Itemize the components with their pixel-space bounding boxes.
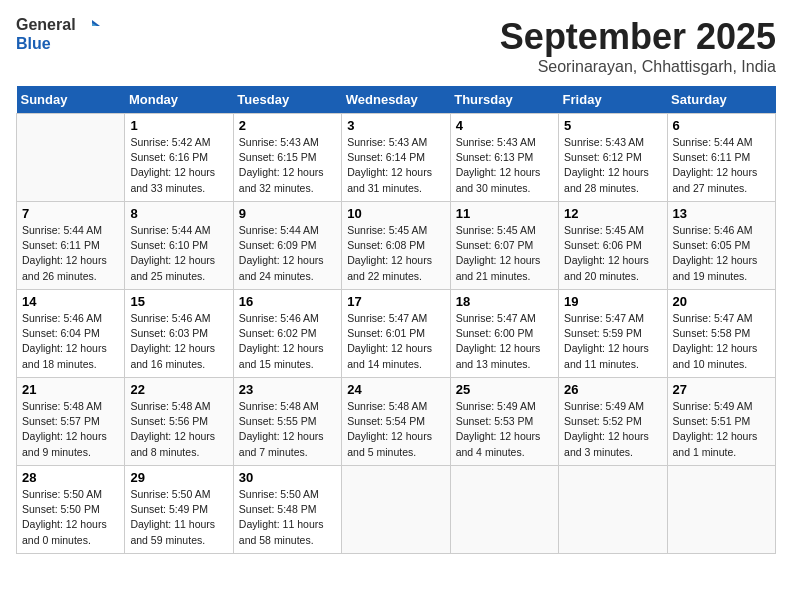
weekday-header-saturday: Saturday <box>667 86 775 114</box>
day-number: 16 <box>239 294 336 309</box>
calendar-cell: 5 Sunrise: 5:43 AMSunset: 6:12 PMDayligh… <box>559 114 667 202</box>
calendar-cell: 24 Sunrise: 5:48 AMSunset: 5:54 PMDaylig… <box>342 378 450 466</box>
day-detail: Sunrise: 5:49 AMSunset: 5:51 PMDaylight:… <box>673 400 758 458</box>
day-number: 5 <box>564 118 661 133</box>
day-number: 29 <box>130 470 227 485</box>
day-number: 14 <box>22 294 119 309</box>
weekday-header-row: SundayMondayTuesdayWednesdayThursdayFrid… <box>17 86 776 114</box>
day-number: 20 <box>673 294 770 309</box>
day-detail: Sunrise: 5:46 AMSunset: 6:04 PMDaylight:… <box>22 312 107 370</box>
calendar-cell: 7 Sunrise: 5:44 AMSunset: 6:11 PMDayligh… <box>17 202 125 290</box>
calendar-cell: 9 Sunrise: 5:44 AMSunset: 6:09 PMDayligh… <box>233 202 341 290</box>
calendar-cell: 20 Sunrise: 5:47 AMSunset: 5:58 PMDaylig… <box>667 290 775 378</box>
calendar-week-2: 7 Sunrise: 5:44 AMSunset: 6:11 PMDayligh… <box>17 202 776 290</box>
day-detail: Sunrise: 5:49 AMSunset: 5:53 PMDaylight:… <box>456 400 541 458</box>
logo-bird-icon <box>82 17 100 35</box>
calendar-cell: 1 Sunrise: 5:42 AMSunset: 6:16 PMDayligh… <box>125 114 233 202</box>
day-number: 26 <box>564 382 661 397</box>
day-number: 21 <box>22 382 119 397</box>
day-number: 15 <box>130 294 227 309</box>
day-number: 17 <box>347 294 444 309</box>
day-detail: Sunrise: 5:47 AMSunset: 5:58 PMDaylight:… <box>673 312 758 370</box>
day-number: 2 <box>239 118 336 133</box>
day-detail: Sunrise: 5:49 AMSunset: 5:52 PMDaylight:… <box>564 400 649 458</box>
calendar-cell: 12 Sunrise: 5:45 AMSunset: 6:06 PMDaylig… <box>559 202 667 290</box>
calendar-cell: 13 Sunrise: 5:46 AMSunset: 6:05 PMDaylig… <box>667 202 775 290</box>
logo: General Blue <box>16 16 100 53</box>
calendar-week-4: 21 Sunrise: 5:48 AMSunset: 5:57 PMDaylig… <box>17 378 776 466</box>
month-title: September 2025 <box>500 16 776 58</box>
calendar-cell: 21 Sunrise: 5:48 AMSunset: 5:57 PMDaylig… <box>17 378 125 466</box>
weekday-header-thursday: Thursday <box>450 86 558 114</box>
calendar-cell: 25 Sunrise: 5:49 AMSunset: 5:53 PMDaylig… <box>450 378 558 466</box>
day-number: 6 <box>673 118 770 133</box>
calendar-cell: 17 Sunrise: 5:47 AMSunset: 6:01 PMDaylig… <box>342 290 450 378</box>
day-detail: Sunrise: 5:46 AMSunset: 6:02 PMDaylight:… <box>239 312 324 370</box>
day-number: 25 <box>456 382 553 397</box>
day-detail: Sunrise: 5:42 AMSunset: 6:16 PMDaylight:… <box>130 136 215 194</box>
calendar-week-3: 14 Sunrise: 5:46 AMSunset: 6:04 PMDaylig… <box>17 290 776 378</box>
calendar-cell: 19 Sunrise: 5:47 AMSunset: 5:59 PMDaylig… <box>559 290 667 378</box>
calendar-cell: 26 Sunrise: 5:49 AMSunset: 5:52 PMDaylig… <box>559 378 667 466</box>
day-number: 23 <box>239 382 336 397</box>
day-detail: Sunrise: 5:47 AMSunset: 6:00 PMDaylight:… <box>456 312 541 370</box>
weekday-header-wednesday: Wednesday <box>342 86 450 114</box>
calendar-cell: 29 Sunrise: 5:50 AMSunset: 5:49 PMDaylig… <box>125 466 233 554</box>
calendar-cell: 23 Sunrise: 5:48 AMSunset: 5:55 PMDaylig… <box>233 378 341 466</box>
calendar-cell: 15 Sunrise: 5:46 AMSunset: 6:03 PMDaylig… <box>125 290 233 378</box>
day-detail: Sunrise: 5:44 AMSunset: 6:10 PMDaylight:… <box>130 224 215 282</box>
header: General Blue September 2025 Seorinarayan… <box>16 16 776 76</box>
weekday-header-sunday: Sunday <box>17 86 125 114</box>
day-detail: Sunrise: 5:44 AMSunset: 6:11 PMDaylight:… <box>673 136 758 194</box>
day-number: 11 <box>456 206 553 221</box>
day-number: 13 <box>673 206 770 221</box>
calendar-cell: 4 Sunrise: 5:43 AMSunset: 6:13 PMDayligh… <box>450 114 558 202</box>
day-number: 22 <box>130 382 227 397</box>
calendar-cell: 27 Sunrise: 5:49 AMSunset: 5:51 PMDaylig… <box>667 378 775 466</box>
day-detail: Sunrise: 5:45 AMSunset: 6:06 PMDaylight:… <box>564 224 649 282</box>
calendar-cell <box>342 466 450 554</box>
calendar-cell: 18 Sunrise: 5:47 AMSunset: 6:00 PMDaylig… <box>450 290 558 378</box>
day-number: 27 <box>673 382 770 397</box>
calendar-cell: 30 Sunrise: 5:50 AMSunset: 5:48 PMDaylig… <box>233 466 341 554</box>
day-detail: Sunrise: 5:50 AMSunset: 5:49 PMDaylight:… <box>130 488 215 546</box>
calendar-cell: 6 Sunrise: 5:44 AMSunset: 6:11 PMDayligh… <box>667 114 775 202</box>
day-detail: Sunrise: 5:47 AMSunset: 6:01 PMDaylight:… <box>347 312 432 370</box>
day-detail: Sunrise: 5:48 AMSunset: 5:57 PMDaylight:… <box>22 400 107 458</box>
day-detail: Sunrise: 5:45 AMSunset: 6:07 PMDaylight:… <box>456 224 541 282</box>
subtitle: Seorinarayan, Chhattisgarh, India <box>500 58 776 76</box>
calendar-cell <box>17 114 125 202</box>
day-number: 4 <box>456 118 553 133</box>
day-number: 10 <box>347 206 444 221</box>
day-detail: Sunrise: 5:43 AMSunset: 6:12 PMDaylight:… <box>564 136 649 194</box>
day-detail: Sunrise: 5:43 AMSunset: 6:14 PMDaylight:… <box>347 136 432 194</box>
day-detail: Sunrise: 5:43 AMSunset: 6:13 PMDaylight:… <box>456 136 541 194</box>
calendar-cell: 10 Sunrise: 5:45 AMSunset: 6:08 PMDaylig… <box>342 202 450 290</box>
day-detail: Sunrise: 5:46 AMSunset: 6:03 PMDaylight:… <box>130 312 215 370</box>
day-detail: Sunrise: 5:43 AMSunset: 6:15 PMDaylight:… <box>239 136 324 194</box>
day-number: 18 <box>456 294 553 309</box>
calendar-cell: 2 Sunrise: 5:43 AMSunset: 6:15 PMDayligh… <box>233 114 341 202</box>
calendar-cell: 16 Sunrise: 5:46 AMSunset: 6:02 PMDaylig… <box>233 290 341 378</box>
weekday-header-monday: Monday <box>125 86 233 114</box>
day-detail: Sunrise: 5:44 AMSunset: 6:09 PMDaylight:… <box>239 224 324 282</box>
weekday-header-tuesday: Tuesday <box>233 86 341 114</box>
day-number: 19 <box>564 294 661 309</box>
logo-general: General <box>16 16 76 33</box>
day-detail: Sunrise: 5:47 AMSunset: 5:59 PMDaylight:… <box>564 312 649 370</box>
calendar-cell: 14 Sunrise: 5:46 AMSunset: 6:04 PMDaylig… <box>17 290 125 378</box>
day-number: 24 <box>347 382 444 397</box>
calendar-cell: 28 Sunrise: 5:50 AMSunset: 5:50 PMDaylig… <box>17 466 125 554</box>
calendar-cell: 11 Sunrise: 5:45 AMSunset: 6:07 PMDaylig… <box>450 202 558 290</box>
day-number: 8 <box>130 206 227 221</box>
title-section: September 2025 Seorinarayan, Chhattisgar… <box>500 16 776 76</box>
day-detail: Sunrise: 5:48 AMSunset: 5:54 PMDaylight:… <box>347 400 432 458</box>
day-number: 7 <box>22 206 119 221</box>
day-number: 1 <box>130 118 227 133</box>
day-number: 28 <box>22 470 119 485</box>
day-number: 30 <box>239 470 336 485</box>
day-detail: Sunrise: 5:50 AMSunset: 5:48 PMDaylight:… <box>239 488 324 546</box>
calendar-cell <box>667 466 775 554</box>
day-detail: Sunrise: 5:50 AMSunset: 5:50 PMDaylight:… <box>22 488 107 546</box>
calendar-cell: 22 Sunrise: 5:48 AMSunset: 5:56 PMDaylig… <box>125 378 233 466</box>
